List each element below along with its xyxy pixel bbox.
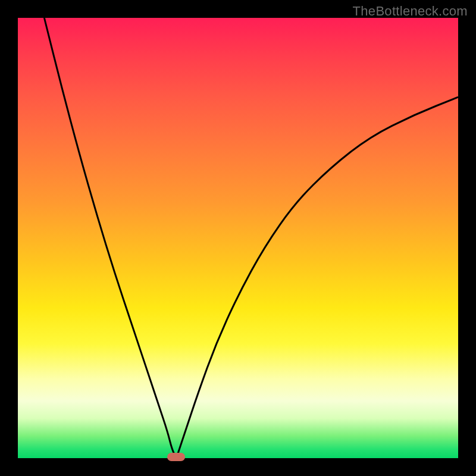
curve-right-branch [176, 97, 458, 458]
optimum-marker [167, 453, 185, 461]
watermark-text: TheBottleneck.com [353, 4, 468, 19]
outer-frame: TheBottleneck.com [0, 0, 476, 476]
bottleneck-curve [18, 18, 458, 458]
curve-left-branch [44, 18, 176, 458]
plot-area [18, 18, 458, 458]
